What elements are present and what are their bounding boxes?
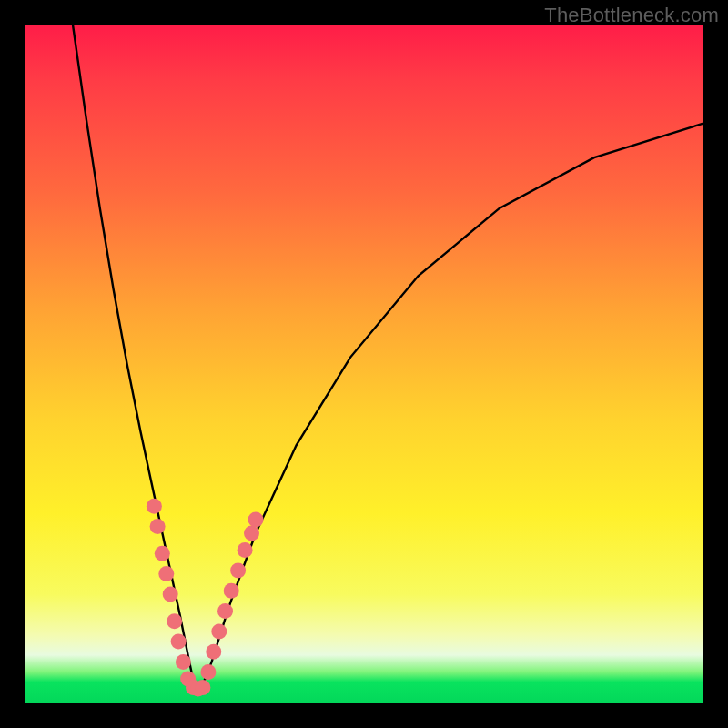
- plot-area: [25, 25, 703, 703]
- marker-dot: [200, 664, 216, 680]
- marker-dot: [206, 644, 221, 660]
- marker-dot: [147, 499, 162, 514]
- marker-dot: [195, 680, 210, 695]
- marker-dot: [244, 526, 259, 541]
- marker-dot: [163, 587, 178, 602]
- marker-dot: [238, 542, 253, 558]
- marker-dot: [155, 546, 170, 561]
- marker-cluster: [147, 499, 264, 697]
- marker-dot: [248, 512, 264, 528]
- marker-dot: [217, 603, 233, 619]
- marker-dot: [158, 566, 174, 581]
- marker-dot: [167, 613, 182, 629]
- curve-layer: [25, 25, 703, 703]
- marker-dot: [230, 562, 246, 578]
- marker-dot: [171, 634, 187, 650]
- chart-frame: TheBottleneck.com: [0, 0, 728, 728]
- marker-dot: [150, 519, 166, 534]
- marker-dot: [211, 623, 227, 639]
- marker-dot: [176, 654, 191, 670]
- watermark-text: TheBottleneck.com: [544, 4, 719, 27]
- marker-dot: [224, 583, 239, 599]
